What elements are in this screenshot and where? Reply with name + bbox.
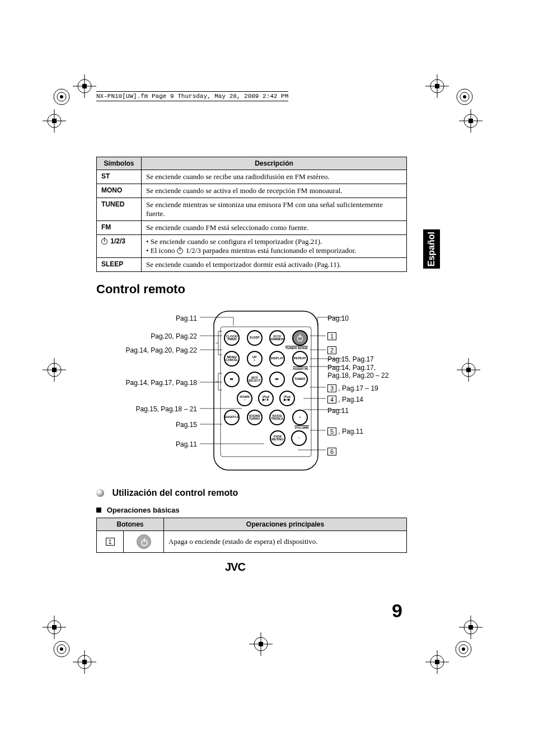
ops-head-buttons: Botones	[97, 518, 164, 531]
remote-diagram: Pag.11Pag.20, Pag.22Pag.14, Pag.20, Pag.…	[96, 303, 407, 482]
subheading-usage: Utilización del control remoto	[96, 488, 407, 498]
set-select-button: SET/ SELECT	[247, 372, 263, 387]
register-mark-right	[459, 109, 483, 133]
next-track-button: ⏭	[269, 372, 285, 387]
square-bullet-icon	[96, 508, 101, 513]
svg-rect-37	[469, 625, 473, 630]
remote-body: CLOCK/ TIMER SLEEP ECO/ DIMMER TUNER MOD…	[221, 327, 311, 446]
symbol-cell: MONO	[97, 184, 142, 198]
table-row: 1/2/3 • Se enciende cuando se configura …	[97, 235, 407, 258]
register-mark-top-right	[425, 74, 449, 98]
sleep-button: SLEEP	[247, 330, 263, 346]
register-mark-bot-left	[43, 616, 66, 639]
button-icon-cell	[124, 531, 164, 553]
power-button	[292, 330, 308, 346]
register-mark-bl2	[73, 650, 96, 674]
svg-rect-33	[52, 625, 57, 630]
down-button: DOWN −	[237, 391, 252, 406]
svg-point-40	[60, 647, 63, 651]
operations-table: Botones Operaciones principales 1 Apaga …	[96, 518, 407, 553]
tuner-mode-label: TUNER MODE	[221, 346, 311, 350]
volume-label: VOLUME	[221, 426, 311, 429]
print-mark-bot-right	[449, 638, 477, 660]
sphere-bullet-icon	[96, 489, 104, 497]
jvc-logo: JVC	[225, 561, 245, 574]
ops-head-ops: Operaciones principales	[164, 518, 407, 531]
symbols-head-symbol: Símbolos	[97, 157, 142, 170]
page-filename-header: NX-PN10[UW].fm Page 9 Thursday, May 28, …	[96, 91, 288, 101]
svg-rect-21	[469, 119, 473, 123]
svg-rect-6	[82, 84, 87, 88]
timer-icon	[101, 238, 107, 245]
table-row: TUNED Se enciende mientras se sintoniza …	[97, 198, 407, 221]
volume-down-button: −	[291, 430, 307, 446]
bass-treble-button: BASS/ TREBLE	[269, 410, 285, 425]
desc-cell: Se enciende mientras se sintoniza una em…	[142, 198, 407, 221]
svg-rect-55	[259, 642, 263, 646]
symbol-cell: FM	[97, 221, 142, 235]
numbered-box: 1	[106, 538, 115, 546]
desc-cell: Se enciende cuando se recibe una radiodi…	[142, 170, 407, 184]
desc-cell: • Se enciende cuando se configura el tem…	[142, 235, 407, 258]
power-button-icon	[137, 534, 151, 549]
symbols-head-desc: Descripción	[142, 157, 407, 170]
clock-timer-button: CLOCK/ TIMER	[224, 330, 240, 346]
symbol-cell: TUNED	[97, 198, 142, 221]
eco-dimmer-button: ECO/ DIMMER	[269, 330, 285, 346]
timer-icon	[177, 248, 183, 254]
svg-point-9	[463, 95, 466, 98]
svg-point-2	[60, 95, 63, 98]
register-mark-bot-right	[459, 616, 483, 639]
desc-cell: Se enciende cuando FM está seleccionado …	[142, 221, 407, 235]
svg-rect-29	[466, 368, 471, 372]
repeat-button: REPEAT	[292, 351, 308, 367]
up-button: UP +	[247, 351, 263, 367]
table-row: 1 Apaga o enciende (estado de espera) el…	[97, 531, 407, 553]
volume-up-button: +	[292, 410, 308, 425]
page-number: 9	[392, 600, 402, 622]
sound-turbo-button: SOUND TURBO	[247, 410, 263, 425]
language-tab: Español	[423, 229, 440, 269]
menu-cancel-button: MENU/ CANCEL	[224, 351, 240, 367]
symbol-cell: ST	[97, 170, 142, 184]
symbol-text: 1/2/3	[110, 237, 125, 245]
ipod-play-pause-button: iPod ▶/⏸	[258, 391, 274, 406]
svg-rect-17	[52, 119, 57, 123]
ops-desc-cell: Apaga o enciende (estado de espera) el d…	[164, 531, 407, 553]
display-button: DISPLAY	[269, 351, 285, 367]
register-mark-mid-right	[457, 358, 480, 382]
svg-rect-44	[82, 660, 87, 664]
table-row: FM Se enciende cuando FM está selecciona…	[97, 221, 407, 235]
subheading-basic: Operaciones básicas	[96, 506, 407, 514]
prev-track-button: ⏮	[224, 372, 240, 387]
print-mark-top-right	[451, 86, 479, 108]
register-mark-br2	[425, 650, 449, 674]
symbol-cell: SLEEP	[97, 258, 142, 272]
register-mark-mid-left	[43, 358, 66, 382]
fade-muting-button: FADE MUTING	[270, 430, 285, 446]
symbols-table: Símbolos Descripción ST Se enciende cuan…	[96, 157, 407, 272]
svg-rect-51	[435, 660, 439, 664]
register-mark-bot-center	[249, 632, 273, 656]
table-row: ST Se enciende cuando se recibe una radi…	[97, 170, 407, 184]
table-row: SLEEP Se enciende cuando el temporizador…	[97, 258, 407, 272]
shuffle-button: SHUFFLE	[224, 410, 240, 425]
button-num-cell: 1	[97, 531, 124, 553]
desc-cell: Se enciende cuando el temporizador dormi…	[142, 258, 407, 272]
svg-point-47	[462, 647, 465, 651]
language-tab-text: Español	[427, 232, 437, 266]
register-mark-left	[43, 109, 66, 133]
svg-rect-13	[435, 84, 439, 88]
register-mark-top-left	[73, 74, 96, 98]
section-remote-heading: Control remoto	[96, 282, 407, 297]
svg-rect-25	[52, 368, 57, 372]
tuner-button: TUNER	[292, 372, 308, 387]
ipod-play-stop-button: iPod ▶/⏹	[279, 391, 295, 406]
audio-in-label: AUDIO IN	[221, 367, 311, 370]
desc-cell: Se enciende cuando se activa el modo de …	[142, 184, 407, 198]
symbol-cell: 1/2/3	[97, 235, 142, 258]
table-row: MONO Se enciende cuando se activa el mod…	[97, 184, 407, 198]
